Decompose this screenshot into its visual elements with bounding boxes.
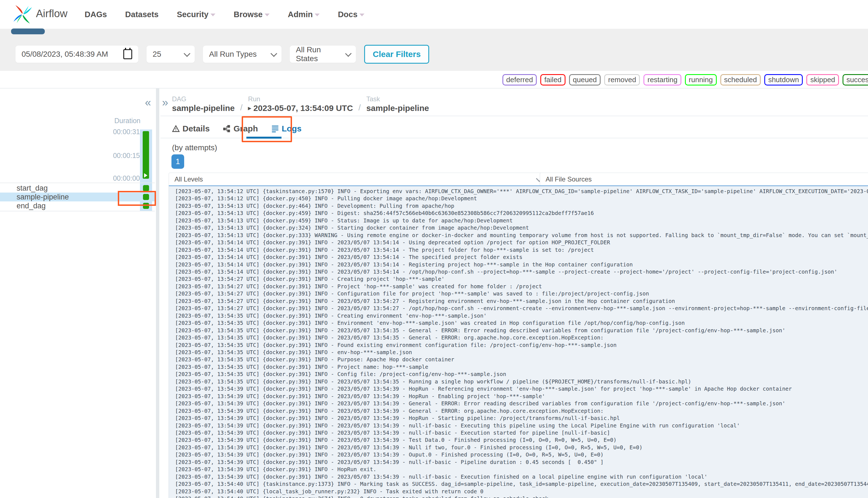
caret-down-icon (315, 14, 320, 16)
task-name: end_dag (17, 202, 45, 210)
state-legend: deferredfailedqueuedremovedrestartingrun… (503, 74, 868, 86)
breadcrumb-dag: DAG sample-pipeline (172, 95, 235, 113)
brand-wordmark[interactable]: Airflow (36, 8, 67, 19)
breadcrumb: DAG sample-pipeline / Run ▸ 2023-05-07, … (172, 95, 429, 113)
log-level-select[interactable]: All Levels (169, 173, 547, 186)
nav-item-datasets[interactable]: Datasets (125, 10, 159, 19)
caret-down-icon (360, 14, 364, 16)
navbar: Airflow DAGsDatasetsSecurityBrowseAdminD… (0, 0, 868, 29)
chevron-down-icon (345, 50, 351, 57)
breadcrumb-run: Run ▸ 2023-05-07, 13:54:09 UTC (248, 95, 353, 113)
grid-sidebar: « Duration 00:00:3100:00:1500:00:00 star… (0, 89, 155, 498)
run-states-value: All Run States (296, 45, 340, 63)
cut-off-blue-element (11, 28, 45, 34)
details-triangle-icon (172, 125, 180, 132)
logs-tab-highlight (242, 116, 292, 142)
clear-filters-button[interactable]: Clear Filters (364, 45, 429, 64)
state-badge-success[interactable]: success (843, 74, 868, 86)
divider (0, 183, 155, 183)
state-badge-queued[interactable]: queued (569, 74, 601, 86)
num-runs-value: 25 (152, 50, 161, 58)
by-attempts-label: (by attempts) (172, 143, 217, 152)
state-badge-running[interactable]: running (685, 74, 717, 86)
run-label: Run (248, 95, 353, 103)
state-badge-skipped[interactable]: skipped (806, 74, 839, 86)
task-name: start_dag (17, 184, 48, 193)
nav-item-label: Docs (338, 10, 358, 19)
run-selected-marker-icon (144, 173, 147, 178)
nav-item-docs[interactable]: Docs (338, 10, 364, 19)
duration-tick: 00:00:31 (0, 128, 140, 136)
nav-item-label: Browse (233, 10, 263, 19)
num-runs-select[interactable]: 25 (147, 45, 195, 63)
dag-value[interactable]: sample-pipeline (172, 104, 235, 113)
run-filters: 05/08/2023, 05:48:39 AM 25 All Run Types… (15, 45, 429, 64)
base-date-value: 05/08/2023, 05:48:39 AM (22, 50, 108, 58)
collapse-panel-icon[interactable]: « (145, 97, 151, 108)
task-instance-highlight (118, 191, 156, 206)
divider (0, 211, 155, 211)
nav-item-dags[interactable]: DAGs (85, 10, 107, 19)
caret-down-icon (265, 14, 270, 16)
task-instance-square-success[interactable] (143, 185, 149, 191)
expand-panel-icon[interactable]: » (162, 97, 168, 108)
task-value[interactable]: sample-pipeline (366, 104, 429, 113)
nav-item-label: DAGs (85, 10, 107, 19)
nav-item-admin[interactable]: Admin (288, 10, 320, 19)
nav-item-browse[interactable]: Browse (233, 10, 270, 19)
nav-menu: DAGsDatasetsSecurityBrowseAdminDocs (85, 0, 364, 29)
state-badge-restarting[interactable]: restarting (643, 74, 681, 86)
run-types-select[interactable]: All Run Types (203, 45, 281, 63)
breadcrumb-separator: / (358, 103, 361, 113)
state-badge-removed[interactable]: removed (604, 74, 640, 86)
log-level-value: All Levels (174, 175, 203, 183)
state-badge-scheduled[interactable]: scheduled (720, 74, 761, 86)
breadcrumb-separator: / (240, 103, 242, 113)
task-detail-panel: » DAG sample-pipeline / Run ▸ 2023-05-07… (160, 89, 868, 498)
caret-down-icon (211, 14, 215, 16)
nav-item-label: Admin (288, 10, 313, 19)
airflow-logo-icon[interactable] (12, 3, 33, 25)
run-timestamp: 2023-05-07, 13:54:09 UTC (253, 104, 353, 113)
attempt-1-button[interactable]: 1 (171, 154, 184, 169)
duration-axis-label: Duration (0, 117, 141, 125)
breadcrumb-task: Task sample-pipeline (366, 95, 429, 113)
state-badge-deferred[interactable]: deferred (503, 74, 537, 86)
nav-item-security[interactable]: Security (177, 10, 215, 19)
run-types-value: All Run Types (209, 50, 257, 58)
duration-tick: 00:00:00 (0, 174, 140, 182)
panel-resize-handle[interactable] (156, 89, 159, 498)
nav-item-label: Datasets (125, 10, 159, 19)
nav-item-label: Security (177, 10, 208, 19)
calendar-icon[interactable] (123, 49, 132, 59)
log-output: [2023-05-07, 13:54:12 UTC] {taskinstance… (169, 186, 868, 498)
run-value[interactable]: ▸ 2023-05-07, 13:54:09 UTC (248, 104, 353, 113)
dag-label: DAG (172, 95, 235, 103)
state-badge-shutdown[interactable]: shutdown (764, 74, 803, 86)
task-label: Task (366, 95, 429, 103)
file-sources-select[interactable]: All File Sources (540, 173, 868, 186)
run-type-manual-icon: ▸ (248, 105, 251, 112)
duration-tick: 00:00:15 (0, 152, 140, 160)
tab-details[interactable]: Details (172, 124, 210, 133)
file-sources-value: All File Sources (546, 175, 592, 183)
chevron-down-icon (184, 50, 190, 57)
base-date-input[interactable]: 05/08/2023, 05:48:39 AM (15, 45, 138, 63)
run-states-select[interactable]: All Run States (290, 45, 356, 63)
graph-icon (223, 125, 231, 132)
task-name: sample-pipeline (17, 193, 69, 201)
tab-details-label: Details (183, 124, 210, 133)
chevron-down-icon (270, 50, 277, 57)
run-duration-bar[interactable] (143, 131, 149, 179)
log-output-container[interactable]: [2023-05-07, 13:54:12 UTC] {taskinstance… (169, 185, 868, 498)
state-badge-failed[interactable]: failed (540, 74, 565, 86)
